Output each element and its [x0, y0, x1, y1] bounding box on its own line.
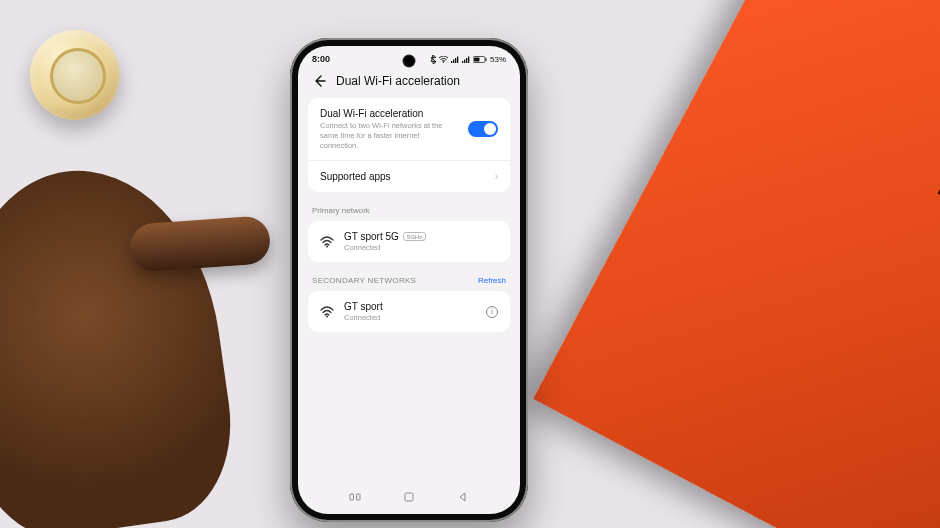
signal-icon-2	[462, 56, 470, 63]
signal-icon	[451, 56, 459, 63]
status-icons: 53%	[430, 55, 506, 64]
secondary-network-status: Connected	[344, 313, 476, 322]
supported-apps-row[interactable]: Supported apps ›	[308, 160, 510, 192]
phone-screen: 8:00 53% Dual Wi-Fi acceleration	[298, 46, 520, 514]
svg-point-12	[326, 245, 328, 247]
primary-network-name: GT sport 5G 5GHz	[344, 231, 498, 242]
info-icon[interactable]: i	[486, 306, 498, 318]
toggle-title: Dual Wi-Fi acceleration	[320, 108, 458, 119]
settings-card: Dual Wi-Fi acceleration Connect to two W…	[308, 98, 510, 192]
box-number: 13	[913, 75, 940, 284]
svg-point-13	[326, 315, 328, 317]
secondary-networks-label: SECONDARY NETWORKS	[312, 276, 416, 285]
svg-rect-16	[405, 493, 413, 501]
home-button[interactable]	[402, 490, 416, 504]
svg-rect-15	[357, 494, 361, 500]
dual-wifi-toggle-row[interactable]: Dual Wi-Fi acceleration Connect to two W…	[308, 98, 510, 160]
svg-rect-6	[464, 59, 465, 63]
chevron-right-icon: ›	[495, 171, 498, 182]
back-button[interactable]	[312, 74, 326, 88]
wifi-icon	[320, 235, 334, 249]
title-bar: Dual Wi-Fi acceleration	[298, 66, 520, 98]
battery-icon	[473, 56, 487, 63]
pointing-finger	[128, 215, 271, 273]
navigation-bar	[298, 482, 520, 514]
svg-rect-11	[474, 57, 480, 61]
svg-rect-5	[462, 61, 463, 63]
refresh-button[interactable]: Refresh	[478, 276, 506, 285]
svg-rect-2	[453, 59, 454, 63]
svg-rect-10	[485, 58, 486, 61]
toggle-switch[interactable]	[468, 121, 498, 137]
primary-network-row[interactable]: GT sport 5G 5GHz Connected	[308, 221, 510, 262]
svg-rect-4	[457, 56, 458, 63]
front-camera	[404, 56, 414, 66]
desk-clock	[30, 30, 120, 120]
bluetooth-icon	[430, 55, 436, 64]
secondary-network-row[interactable]: GT sport Connected i	[308, 291, 510, 332]
status-time: 8:00	[312, 54, 330, 64]
toggle-description: Connect to two Wi-Fi networks at the sam…	[320, 121, 458, 150]
battery-percent: 53%	[490, 55, 506, 64]
primary-network-card: GT sport 5G 5GHz Connected	[308, 221, 510, 262]
primary-network-label: Primary network	[308, 200, 510, 221]
svg-point-0	[443, 61, 445, 63]
svg-rect-14	[350, 494, 354, 500]
svg-rect-8	[468, 56, 469, 63]
svg-rect-3	[455, 58, 456, 63]
svg-rect-7	[466, 58, 467, 63]
back-nav-button[interactable]	[456, 490, 470, 504]
supported-apps-label: Supported apps	[320, 171, 485, 182]
phone-frame: 8:00 53% Dual Wi-Fi acceleration	[290, 38, 528, 522]
primary-network-status: Connected	[344, 243, 498, 252]
secondary-networks-header: SECONDARY NETWORKS Refresh	[308, 270, 510, 291]
content-area: Dual Wi-Fi acceleration Connect to two W…	[298, 98, 520, 482]
wifi-icon	[320, 305, 334, 319]
svg-rect-1	[451, 61, 452, 63]
wifi-icon	[439, 56, 448, 63]
secondary-network-name: GT sport	[344, 301, 476, 312]
product-box: 13 OnePlus 13	[533, 0, 940, 528]
frequency-badge: 5GHz	[403, 232, 426, 241]
recent-apps-button[interactable]	[348, 490, 362, 504]
secondary-network-card: GT sport Connected i	[308, 291, 510, 332]
hand	[0, 154, 244, 528]
page-title: Dual Wi-Fi acceleration	[336, 74, 460, 88]
